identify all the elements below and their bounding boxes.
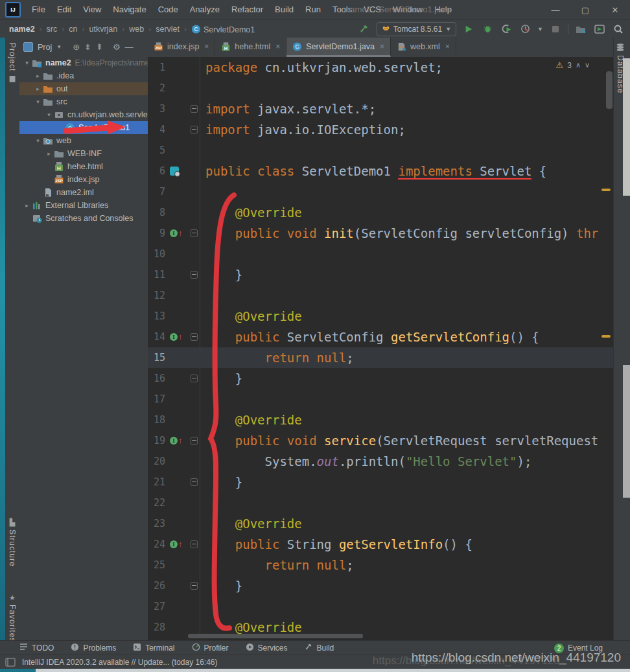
tree-item-index-jsp[interactable]: JSPindex.jsp [19,173,148,186]
code-line-19[interactable]: 19I↑ public void service(ServletRequest … [148,430,613,451]
code-line-25[interactable]: 25 return null; [148,555,613,575]
run-button[interactable] [462,23,475,36]
code-line-24[interactable]: 24I↑ public String getServletInfo() { [148,534,613,555]
code-line-7[interactable]: 7 [148,181,613,202]
override-gutter-icon[interactable]: I↑ [168,430,188,451]
tree-item-out[interactable]: ▸out [19,82,148,95]
code-line-14[interactable]: 14I↑ public ServletConfig getServletConf… [148,327,613,347]
breadcrumb-item-cn[interactable]: cn [67,25,78,34]
fold-marker-icon[interactable] [188,575,200,596]
code-line-21[interactable]: 21 } [148,472,613,492]
menu-view[interactable]: View [77,0,107,19]
tree-chevron-icon[interactable]: ▾ [44,111,54,118]
tree-item--idea[interactable]: ▸.idea [19,69,148,82]
tree-chevron-icon[interactable]: ▾ [22,60,32,66]
fold-marker-icon[interactable] [188,534,200,555]
code-line-26[interactable]: 26 } [148,575,613,596]
tree-chevron-icon[interactable]: ▸ [44,150,54,157]
class-gutter-icon[interactable] [168,161,188,181]
chevron-down-icon[interactable]: ▼ [56,44,62,50]
code-line-27[interactable]: 27 [148,596,613,617]
tree-chevron-icon[interactable]: ▸ [33,73,43,79]
tree-chevron-icon[interactable]: ▸ [22,202,32,209]
close-tab-icon[interactable]: × [275,42,280,51]
run-anything-button[interactable] [593,23,606,36]
fold-marker-icon[interactable] [188,119,200,140]
locate-file-icon[interactable]: ⊕ [73,42,80,52]
tab-web-xml[interactable]: </>web.xml× [391,38,456,57]
maximize-button[interactable]: ▢ [570,0,600,19]
tree-item-hehe-html[interactable]: Hhehe.html [19,160,148,173]
code-line-3[interactable]: 3import javax.servlet.*; [148,98,613,119]
override-gutter-icon[interactable]: I↑ [168,327,188,347]
close-tab-icon[interactable]: × [445,42,450,51]
run-options-chevron-icon[interactable]: ▼ [537,26,543,32]
tree-item-external-libraries[interactable]: ▸External Libraries [19,199,148,212]
tree-item-name2[interactable]: ▾name2E:\IdeaProjects\name2 [19,56,148,69]
tool-stripe-favorites[interactable]: ★ Favorites [5,594,19,642]
toolwindow-services[interactable]: Services [246,643,288,653]
code-line-12[interactable]: 12 [148,285,613,306]
tree-item-scratches-and-consoles[interactable]: Scratches and Consoles [19,212,148,225]
search-everywhere-icon[interactable] [612,23,625,36]
code-line-15[interactable]: 15 return null; [148,347,613,368]
breadcrumb-item-servletdemo1[interactable]: CServletDemo1 [190,24,256,34]
fold-marker-icon[interactable] [188,368,200,389]
hide-panel-icon[interactable]: — [125,42,134,52]
fold-marker-icon[interactable] [188,98,200,119]
fold-marker-icon[interactable] [188,264,200,285]
breadcrumb-item-name2[interactable]: name2 [8,25,36,34]
horizontal-scrollbar[interactable] [188,634,363,638]
tree-chevron-icon[interactable]: ▾ [33,98,43,105]
code-line-13[interactable]: 13 @Override [148,306,613,327]
minimize-button[interactable]: — [541,0,570,19]
tree-item-cn-utkvrjan-web-servlet[interactable]: ▾cn.utkvrjan.web.servlet [19,108,148,121]
fold-marker-icon[interactable] [188,472,200,492]
fold-marker-icon[interactable] [188,327,200,347]
tab-servletdemo1-java[interactable]: CServletDemo1.java× [286,38,391,57]
tree-chevron-icon[interactable]: ▸ [33,86,43,92]
code-line-17[interactable]: 17 [148,389,613,410]
tool-stripe-project[interactable]: Project ▆ [5,43,19,82]
vertical-scrollbar[interactable] [606,71,612,109]
fold-marker-icon[interactable] [188,223,200,244]
code-line-4[interactable]: 4import java.io.IOException; [148,119,613,140]
code-area[interactable]: 1package cn.utkvrjan.web.servlet;23impor… [148,57,613,640]
close-button[interactable]: ✕ [600,0,630,19]
tree-item-web-inf[interactable]: ▸WEB-INF [19,147,148,160]
toolwindow-todo[interactable]: TODO [19,643,54,653]
project-panel-title[interactable]: Proj [38,43,52,52]
menu-refactor[interactable]: Refactor [226,0,269,19]
stop-button[interactable] [549,23,562,36]
tool-stripe-structure[interactable]: ▙ Structure [5,518,19,567]
code-line-18[interactable]: 18 @Override [148,410,613,430]
code-line-5[interactable]: 5 [148,140,613,161]
tab-index-jsp[interactable]: JSPindex.jsp× [148,38,215,57]
tool-stripe-database[interactable]: Database [616,43,625,93]
build-hammer-icon[interactable] [358,23,371,36]
menu-run[interactable]: Run [299,0,327,19]
collapse-all-icon[interactable]: ⇞ [96,42,103,52]
toolwindow-problems[interactable]: Problems [71,643,116,653]
run-with-coverage-button[interactable] [500,23,513,36]
breadcrumb-item-utkvrjan[interactable]: utkvrjan [88,25,119,34]
close-tab-icon[interactable]: × [204,42,209,51]
override-gutter-icon[interactable]: I↑ [168,534,188,555]
tree-item-src[interactable]: ▾src [19,95,148,108]
toolwindow-terminal[interactable]: Terminal [133,643,174,653]
tab-hehe-html[interactable]: Hhehe.html× [215,38,286,57]
menu-code[interactable]: Code [152,0,184,19]
gear-icon[interactable]: ⚙ [113,42,121,52]
breadcrumb-item-web[interactable]: web [128,25,145,34]
tool-window-toggle-icon[interactable] [5,658,16,667]
profiler-button[interactable] [519,23,531,36]
code-line-6[interactable]: 6public class ServletDemo1 implements Se… [148,161,613,181]
code-line-8[interactable]: 8 @Override [148,202,613,223]
override-gutter-icon[interactable]: I↑ [168,223,188,244]
tree-item-name2-iml[interactable]: name2.iml [19,186,148,199]
expand-all-icon[interactable]: ⇟ [84,42,91,52]
code-line-1[interactable]: 1package cn.utkvrjan.web.servlet; [148,57,613,78]
code-line-2[interactable]: 2 [148,78,613,98]
code-line-11[interactable]: 11 } [148,264,613,285]
menu-build[interactable]: Build [269,0,299,19]
